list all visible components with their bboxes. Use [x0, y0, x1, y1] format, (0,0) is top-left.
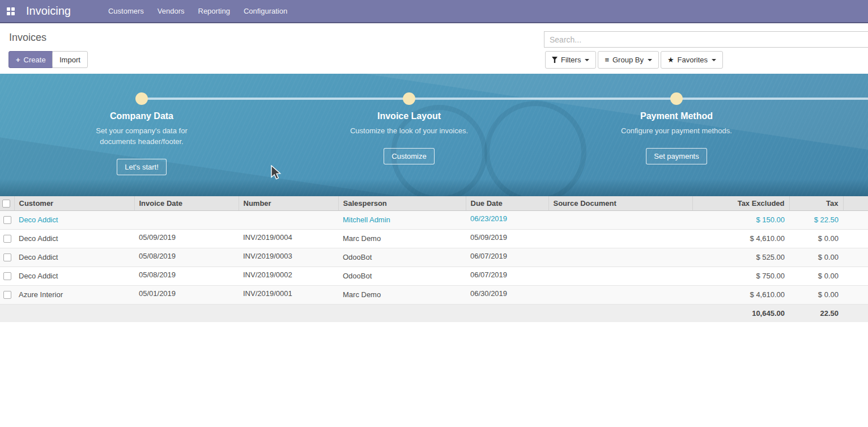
cell-invoice-date: 05/08/2019: [134, 248, 239, 267]
cell-customer: Deco Addict: [14, 210, 134, 229]
cell-invoice-date: 05/09/2019: [134, 229, 239, 248]
onboarding-progress-line: [142, 98, 868, 100]
cell-customer: Deco Addict: [14, 248, 134, 267]
lets-start-button[interactable]: Let's start!: [117, 159, 167, 175]
onboarding-step-dot: [670, 92, 683, 105]
cell-due-date: 06/07/2019: [466, 248, 548, 267]
create-button-label: Create: [24, 56, 46, 64]
cell-salesperson: Marc Demo: [338, 229, 466, 248]
row-checkbox[interactable]: [3, 216, 11, 224]
cell-salesperson: Marc Demo: [338, 285, 466, 304]
cell-source-document: [548, 210, 692, 229]
cell-number: INV/2019/0002: [239, 267, 338, 285]
onboarding-step-dot: [135, 92, 148, 105]
onboarding-step-payment-method: Payment Method Configure your payment me…: [586, 111, 767, 164]
cell-salesperson: Mitchell Admin: [338, 210, 466, 229]
cell-tax-excluded: $ 525.00: [692, 248, 789, 267]
column-header-tax-excluded[interactable]: Tax Excluded: [692, 196, 789, 210]
cell-invoice-date: [134, 210, 239, 229]
cell-invoice-date: 05/01/2019: [134, 285, 239, 304]
cell-tax-excluded: $ 750.00: [692, 267, 789, 285]
cell-tax: $ 0.00: [789, 229, 843, 248]
row-checkbox[interactable]: [3, 253, 11, 261]
favorites-label: Favorites: [678, 56, 708, 64]
import-button-label: Import: [59, 56, 80, 64]
table-row[interactable]: Deco Addict 05/08/2019 INV/2019/0003 Odo…: [0, 248, 868, 267]
cell-number: INV/2019/0003: [239, 248, 338, 267]
cell-customer: Azure Interior: [14, 285, 134, 304]
onboarding-banner: Company Data Set your company's data for…: [0, 74, 868, 196]
step-description: Configure your payment methods.: [621, 125, 732, 136]
cell-due-date: 06/30/2019: [466, 285, 548, 304]
step-title: Invoice Layout: [377, 111, 441, 121]
filter-funnel-icon: [552, 57, 558, 63]
cell-source-document: [548, 285, 692, 304]
search-input[interactable]: [544, 31, 868, 48]
nav-menu: Customers Vendors Reporting Configuratio…: [101, 0, 294, 22]
cell-due-date: 06/07/2019: [466, 267, 548, 285]
total-tax-excluded: 10,645.00: [692, 304, 789, 322]
row-checkbox[interactable]: [3, 272, 11, 280]
nav-item-reporting[interactable]: Reporting: [192, 0, 237, 22]
filters-label: Filters: [561, 56, 581, 64]
cell-customer: Deco Addict: [14, 267, 134, 285]
page-title: Invoices: [9, 32, 46, 44]
table-row[interactable]: Deco Addict Mitchell Admin 06/23/2019 $ …: [0, 210, 868, 229]
caret-down-icon: [712, 59, 716, 61]
cell-due-date: 06/23/2019: [466, 210, 548, 229]
cell-number: INV/2019/0001: [239, 285, 338, 304]
column-header-salesperson[interactable]: Salesperson: [338, 196, 466, 210]
cell-number: [239, 210, 338, 229]
table-row[interactable]: Azure Interior 05/01/2019 INV/2019/0001 …: [0, 285, 868, 304]
nav-item-vendors[interactable]: Vendors: [151, 0, 192, 22]
table-header-row: Customer Invoice Date Number Salesperson…: [0, 196, 868, 210]
caret-down-icon: [585, 59, 589, 61]
step-title: Payment Method: [640, 111, 713, 121]
plus-icon: +: [16, 56, 20, 64]
column-header-customer[interactable]: Customer: [14, 196, 134, 210]
column-header-source-document[interactable]: Source Document: [548, 196, 692, 210]
cell-number: INV/2019/0004: [239, 229, 338, 248]
cell-tax-excluded: $ 150.00: [692, 210, 789, 229]
totals-row: 10,645.00 22.50: [0, 304, 868, 322]
onboarding-step-company-data: Company Data Set your company's data for…: [51, 111, 232, 175]
column-header-number[interactable]: Number: [239, 196, 338, 210]
group-by-lines-icon: ≡: [605, 56, 609, 64]
row-checkbox[interactable]: [3, 291, 11, 299]
column-header-invoice-date[interactable]: Invoice Date: [134, 196, 239, 210]
group-by-label: Group By: [612, 56, 644, 64]
table-row[interactable]: Deco Addict 05/09/2019 INV/2019/0004 Mar…: [0, 229, 868, 248]
odoo-invoicing-screen: Invoicing Customers Vendors Reporting Co…: [0, 0, 868, 427]
filters-dropdown-button[interactable]: Filters: [545, 51, 596, 69]
group-by-dropdown-button[interactable]: ≡ Group By: [598, 51, 659, 69]
cell-invoice-date: 05/08/2019: [134, 267, 239, 285]
favorites-dropdown-button[interactable]: ★ Favorites: [661, 51, 723, 69]
cell-customer: Deco Addict: [14, 229, 134, 248]
cell-tax-excluded: $ 4,610.00: [692, 285, 789, 304]
row-checkbox[interactable]: [3, 235, 11, 243]
step-description: Customize the look of your invoices.: [350, 125, 468, 136]
cell-due-date: 05/09/2019: [466, 229, 548, 248]
nav-item-configuration[interactable]: Configuration: [237, 0, 294, 22]
onboarding-step-invoice-layout: Invoice Layout Customize the look of you…: [318, 111, 500, 164]
step-title: Company Data: [110, 111, 173, 121]
app-title[interactable]: Invoicing: [26, 5, 71, 18]
select-all-checkbox[interactable]: [2, 200, 10, 208]
nav-item-customers[interactable]: Customers: [101, 0, 151, 22]
column-header-tax[interactable]: Tax: [789, 196, 843, 210]
search-filter-buttons: Filters ≡ Group By ★ Favorites: [545, 51, 725, 69]
import-button[interactable]: Import: [52, 51, 88, 68]
control-panel: Invoices + Create Import Filters ≡ Group…: [0, 23, 868, 74]
table-row[interactable]: Deco Addict 05/08/2019 INV/2019/0002 Odo…: [0, 267, 868, 285]
cell-tax: $ 0.00: [789, 248, 843, 267]
set-payments-button[interactable]: Set payments: [646, 148, 707, 164]
cell-salesperson: OdooBot: [338, 267, 466, 285]
column-header-spacer: [843, 196, 868, 210]
create-button[interactable]: + Create: [8, 51, 53, 68]
apps-menu-button[interactable]: [0, 0, 22, 22]
column-header-due-date[interactable]: Due Date: [466, 196, 548, 210]
cell-source-document: [548, 248, 692, 267]
customize-button[interactable]: Customize: [384, 148, 434, 164]
cell-source-document: [548, 267, 692, 285]
cell-salesperson: OdooBot: [338, 248, 466, 267]
